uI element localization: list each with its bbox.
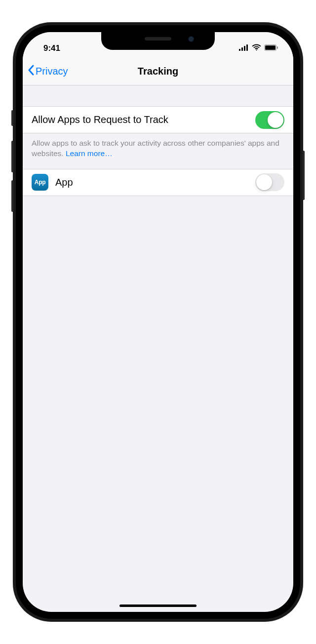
app-row: App App — [23, 169, 293, 196]
home-indicator[interactable] — [119, 604, 197, 607]
svg-rect-6 — [277, 46, 278, 49]
nav-header: Privacy Tracking — [23, 58, 293, 85]
svg-rect-1 — [241, 47, 243, 51]
battery-icon — [264, 44, 278, 53]
svg-rect-3 — [246, 44, 248, 51]
app-icon: App — [32, 174, 48, 191]
phone-frame: 9:41 — [13, 22, 303, 622]
allow-tracking-row: Allow Apps to Request to Track — [23, 106, 293, 133]
wifi-icon — [252, 44, 261, 53]
power-button — [303, 151, 305, 200]
cellular-icon — [239, 44, 249, 53]
svg-rect-0 — [239, 49, 240, 51]
learn-more-link[interactable]: Learn more… — [66, 149, 113, 158]
status-time: 9:41 — [43, 43, 60, 53]
footer-text: Allow apps to ask to track your activity… — [23, 133, 293, 169]
chevron-left-icon — [28, 65, 35, 78]
notch — [101, 32, 215, 50]
volume-up-button — [11, 141, 13, 172]
allow-tracking-label: Allow Apps to Request to Track — [32, 114, 255, 125]
back-label: Privacy — [36, 66, 68, 77]
allow-tracking-toggle[interactable] — [255, 111, 284, 129]
svg-rect-5 — [265, 45, 276, 50]
silent-switch — [11, 110, 13, 126]
page-title: Tracking — [138, 66, 178, 77]
svg-rect-2 — [244, 46, 245, 51]
app-name: App — [55, 177, 255, 188]
volume-down-button — [11, 180, 13, 212]
content: Allow Apps to Request to Track Allow app… — [23, 85, 293, 196]
back-button[interactable]: Privacy — [28, 65, 68, 78]
app-tracking-toggle[interactable] — [255, 173, 284, 191]
